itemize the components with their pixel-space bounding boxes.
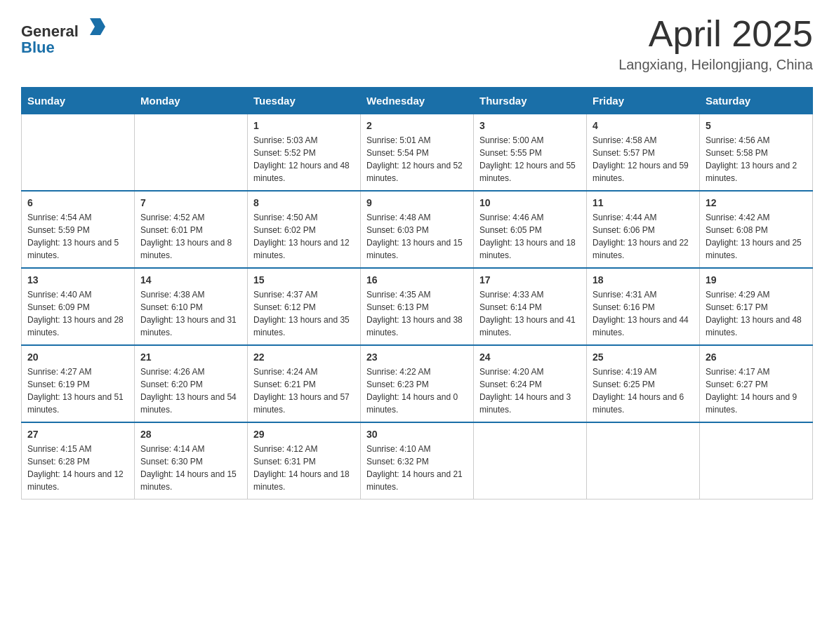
calendar-cell <box>474 422 587 499</box>
page-header: General Blue April 2025 Langxiang, Heilo… <box>21 14 813 73</box>
calendar-week-4: 20Sunrise: 4:27 AMSunset: 6:19 PMDayligh… <box>22 345 813 422</box>
calendar-cell: 7Sunrise: 4:52 AMSunset: 6:01 PMDaylight… <box>135 191 248 268</box>
day-number: 28 <box>140 429 241 440</box>
calendar-week-2: 6Sunrise: 4:54 AMSunset: 5:59 PMDaylight… <box>22 191 813 268</box>
day-info: Sunrise: 4:37 AMSunset: 6:12 PMDaylight:… <box>253 288 355 339</box>
day-info: Sunrise: 4:50 AMSunset: 6:02 PMDaylight:… <box>253 211 355 262</box>
day-info: Sunrise: 4:10 AMSunset: 6:32 PMDaylight:… <box>366 443 468 493</box>
day-number: 12 <box>706 197 807 208</box>
day-number: 13 <box>27 274 128 286</box>
calendar-cell: 22Sunrise: 4:24 AMSunset: 6:21 PMDayligh… <box>248 345 361 422</box>
svg-text:General: General <box>21 22 79 40</box>
day-number: 3 <box>479 120 581 131</box>
calendar-cell: 23Sunrise: 4:22 AMSunset: 6:23 PMDayligh… <box>361 345 474 422</box>
weekday-header-sunday: Sunday <box>22 88 135 114</box>
day-info: Sunrise: 4:52 AMSunset: 6:01 PMDaylight:… <box>140 211 241 262</box>
day-info: Sunrise: 4:15 AMSunset: 6:28 PMDaylight:… <box>27 443 128 493</box>
calendar-cell: 12Sunrise: 4:42 AMSunset: 6:08 PMDayligh… <box>700 191 813 268</box>
day-info: Sunrise: 4:33 AMSunset: 6:14 PMDaylight:… <box>479 288 581 339</box>
calendar-cell: 28Sunrise: 4:14 AMSunset: 6:30 PMDayligh… <box>135 422 248 499</box>
day-number: 2 <box>366 120 468 131</box>
page-title: April 2025 <box>618 14 813 54</box>
day-info: Sunrise: 4:19 AMSunset: 6:25 PMDaylight:… <box>593 365 694 416</box>
title-block: April 2025 Langxiang, Heilongjiang, Chin… <box>618 14 813 73</box>
day-number: 29 <box>253 429 355 440</box>
calendar-cell: 30Sunrise: 4:10 AMSunset: 6:32 PMDayligh… <box>361 422 474 499</box>
day-info: Sunrise: 4:35 AMSunset: 6:13 PMDaylight:… <box>366 288 468 339</box>
day-number: 10 <box>479 197 581 208</box>
day-number: 4 <box>593 120 694 131</box>
calendar-cell: 14Sunrise: 4:38 AMSunset: 6:10 PMDayligh… <box>135 268 248 345</box>
calendar-cell: 11Sunrise: 4:44 AMSunset: 6:06 PMDayligh… <box>587 191 700 268</box>
calendar-cell: 13Sunrise: 4:40 AMSunset: 6:09 PMDayligh… <box>22 268 135 345</box>
weekday-header-friday: Friday <box>587 88 700 114</box>
calendar-table: SundayMondayTuesdayWednesdayThursdayFrid… <box>21 87 813 499</box>
calendar-cell: 20Sunrise: 4:27 AMSunset: 6:19 PMDayligh… <box>22 345 135 422</box>
calendar-cell: 3Sunrise: 5:00 AMSunset: 5:55 PMDaylight… <box>474 114 587 192</box>
calendar-week-1: 1Sunrise: 5:03 AMSunset: 5:52 PMDaylight… <box>22 114 813 192</box>
day-info: Sunrise: 4:44 AMSunset: 6:06 PMDaylight:… <box>593 211 694 262</box>
calendar-cell: 26Sunrise: 4:17 AMSunset: 6:27 PMDayligh… <box>700 345 813 422</box>
day-info: Sunrise: 4:58 AMSunset: 5:57 PMDaylight:… <box>593 134 694 185</box>
calendar-cell <box>135 114 248 192</box>
calendar-cell: 1Sunrise: 5:03 AMSunset: 5:52 PMDaylight… <box>248 114 361 192</box>
calendar-cell: 10Sunrise: 4:46 AMSunset: 6:05 PMDayligh… <box>474 191 587 268</box>
day-info: Sunrise: 4:56 AMSunset: 5:58 PMDaylight:… <box>706 134 807 185</box>
calendar-cell: 24Sunrise: 4:20 AMSunset: 6:24 PMDayligh… <box>474 345 587 422</box>
day-number: 16 <box>366 274 468 286</box>
day-number: 17 <box>479 274 581 286</box>
day-info: Sunrise: 4:17 AMSunset: 6:27 PMDaylight:… <box>706 365 807 416</box>
calendar-cell: 9Sunrise: 4:48 AMSunset: 6:03 PMDaylight… <box>361 191 474 268</box>
calendar-cell: 6Sunrise: 4:54 AMSunset: 5:59 PMDaylight… <box>22 191 135 268</box>
day-number: 14 <box>140 274 241 286</box>
day-info: Sunrise: 4:42 AMSunset: 6:08 PMDaylight:… <box>706 211 807 262</box>
weekday-header-saturday: Saturday <box>700 88 813 114</box>
day-number: 27 <box>27 429 128 440</box>
day-number: 11 <box>593 197 694 208</box>
day-info: Sunrise: 4:46 AMSunset: 6:05 PMDaylight:… <box>479 211 581 262</box>
logo-svg: General Blue <box>21 14 112 56</box>
day-number: 6 <box>27 197 128 208</box>
calendar-cell: 4Sunrise: 4:58 AMSunset: 5:57 PMDaylight… <box>587 114 700 192</box>
day-number: 8 <box>253 197 355 208</box>
calendar-cell: 21Sunrise: 4:26 AMSunset: 6:20 PMDayligh… <box>135 345 248 422</box>
calendar-cell: 16Sunrise: 4:35 AMSunset: 6:13 PMDayligh… <box>361 268 474 345</box>
day-info: Sunrise: 4:29 AMSunset: 6:17 PMDaylight:… <box>706 288 807 339</box>
calendar-cell: 8Sunrise: 4:50 AMSunset: 6:02 PMDaylight… <box>248 191 361 268</box>
day-info: Sunrise: 5:00 AMSunset: 5:55 PMDaylight:… <box>479 134 581 185</box>
calendar-cell: 15Sunrise: 4:37 AMSunset: 6:12 PMDayligh… <box>248 268 361 345</box>
day-info: Sunrise: 4:27 AMSunset: 6:19 PMDaylight:… <box>27 365 128 416</box>
calendar-cell: 18Sunrise: 4:31 AMSunset: 6:16 PMDayligh… <box>587 268 700 345</box>
day-number: 26 <box>706 351 807 363</box>
weekday-header-thursday: Thursday <box>474 88 587 114</box>
day-info: Sunrise: 4:40 AMSunset: 6:09 PMDaylight:… <box>27 288 128 339</box>
page-subtitle: Langxiang, Heilongjiang, China <box>618 57 813 73</box>
day-number: 23 <box>366 351 468 363</box>
logo: General Blue <box>21 14 112 56</box>
day-info: Sunrise: 4:31 AMSunset: 6:16 PMDaylight:… <box>593 288 694 339</box>
day-info: Sunrise: 4:48 AMSunset: 6:03 PMDaylight:… <box>366 211 468 262</box>
day-number: 24 <box>479 351 581 363</box>
weekday-header-monday: Monday <box>135 88 248 114</box>
calendar-cell: 25Sunrise: 4:19 AMSunset: 6:25 PMDayligh… <box>587 345 700 422</box>
calendar-cell: 5Sunrise: 4:56 AMSunset: 5:58 PMDaylight… <box>700 114 813 192</box>
day-info: Sunrise: 4:54 AMSunset: 5:59 PMDaylight:… <box>27 211 128 262</box>
weekday-header-row: SundayMondayTuesdayWednesdayThursdayFrid… <box>22 88 813 114</box>
day-info: Sunrise: 5:03 AMSunset: 5:52 PMDaylight:… <box>253 134 355 185</box>
day-number: 20 <box>27 351 128 363</box>
svg-text:Blue: Blue <box>21 39 55 56</box>
calendar-week-5: 27Sunrise: 4:15 AMSunset: 6:28 PMDayligh… <box>22 422 813 499</box>
weekday-header-tuesday: Tuesday <box>248 88 361 114</box>
day-info: Sunrise: 4:38 AMSunset: 6:10 PMDaylight:… <box>140 288 241 339</box>
weekday-header-wednesday: Wednesday <box>361 88 474 114</box>
day-info: Sunrise: 4:24 AMSunset: 6:21 PMDaylight:… <box>253 365 355 416</box>
day-number: 1 <box>253 120 355 131</box>
calendar-cell: 27Sunrise: 4:15 AMSunset: 6:28 PMDayligh… <box>22 422 135 499</box>
day-number: 25 <box>593 351 694 363</box>
day-info: Sunrise: 4:20 AMSunset: 6:24 PMDaylight:… <box>479 365 581 416</box>
day-number: 15 <box>253 274 355 286</box>
calendar-cell: 2Sunrise: 5:01 AMSunset: 5:54 PMDaylight… <box>361 114 474 192</box>
day-number: 18 <box>593 274 694 286</box>
calendar-cell: 17Sunrise: 4:33 AMSunset: 6:14 PMDayligh… <box>474 268 587 345</box>
day-info: Sunrise: 4:22 AMSunset: 6:23 PMDaylight:… <box>366 365 468 416</box>
